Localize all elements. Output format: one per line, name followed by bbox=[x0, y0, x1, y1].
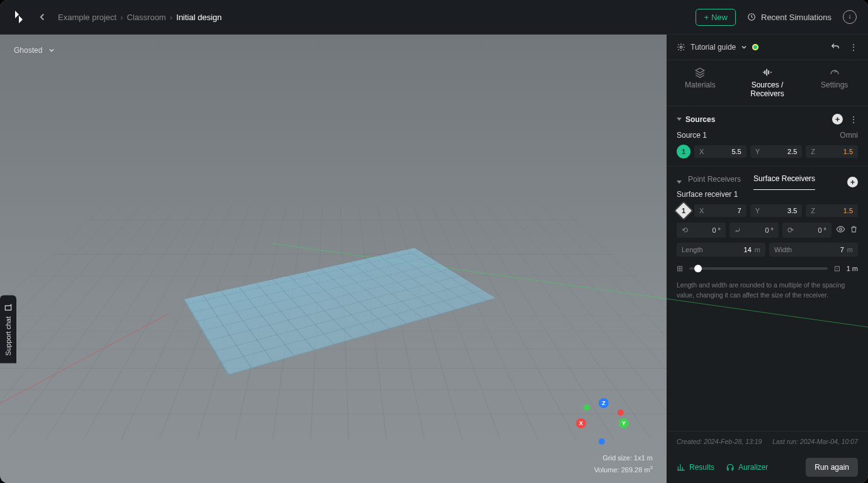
svg-rect-2 bbox=[850, 16, 850, 19]
width-input[interactable]: Width 7 m bbox=[769, 243, 858, 257]
results-label: Results bbox=[689, 463, 714, 472]
orientation-gizmo[interactable]: Z Y X bbox=[578, 398, 629, 448]
axis-value: 3.5 bbox=[787, 207, 797, 214]
back-button[interactable] bbox=[37, 11, 48, 23]
rot-z-input[interactable]: ⟳0 ° bbox=[782, 223, 831, 238]
dim-value: 14 bbox=[744, 246, 752, 253]
rot-x-input[interactable]: ⟲0 ° bbox=[677, 223, 726, 238]
axis-value: 2.5 bbox=[787, 148, 797, 155]
receiver-badge[interactable]: 1 bbox=[674, 201, 693, 220]
gizmo-dot bbox=[599, 438, 605, 445]
gizmo-dot bbox=[583, 404, 590, 411]
topbar: Example project › Classroom › Initial de… bbox=[0, 0, 868, 35]
source-y-input[interactable]: Y 2.5 bbox=[750, 145, 803, 158]
tab-materials[interactable]: Materials bbox=[667, 60, 734, 106]
svg-point-4 bbox=[839, 228, 842, 231]
breadcrumb-design: Initial design bbox=[176, 13, 222, 22]
view-mode-select[interactable]: Ghosted bbox=[14, 46, 55, 55]
spacing-slider[interactable] bbox=[689, 267, 828, 270]
delete-button[interactable] bbox=[849, 225, 858, 235]
visibility-toggle[interactable] bbox=[835, 225, 845, 236]
volume-label: Volume: 269.28 m3 bbox=[594, 464, 653, 475]
layers-icon bbox=[694, 68, 706, 77]
dim-unit: m bbox=[845, 246, 853, 253]
undo-icon[interactable] bbox=[830, 42, 840, 52]
axis-value: 1.5 bbox=[843, 148, 853, 155]
status-dot bbox=[752, 44, 758, 50]
receiver-x-input[interactable]: X 7 bbox=[694, 204, 747, 217]
svg-point-1 bbox=[849, 15, 850, 16]
dim-unit: m bbox=[753, 246, 760, 253]
receiver-y-input[interactable]: Y 3.5 bbox=[750, 204, 803, 217]
gauge-icon bbox=[829, 68, 840, 77]
axis-value: 1.5 bbox=[843, 207, 853, 214]
add-source-button[interactable]: + bbox=[832, 114, 843, 125]
breadcrumb-project[interactable]: Example project bbox=[58, 13, 116, 22]
grid-size-label: Grid size: 1x1 m bbox=[594, 453, 653, 464]
dim-label: Width bbox=[774, 246, 792, 253]
tab-surface-receivers[interactable]: Surface Receivers bbox=[753, 174, 815, 190]
collapse-icon bbox=[677, 118, 682, 121]
gizmo-y[interactable]: Y bbox=[619, 418, 629, 428]
add-receiver-button[interactable]: + bbox=[847, 177, 858, 187]
grid-small-icon: ⊞ bbox=[677, 264, 683, 273]
length-input[interactable]: Length 14 m bbox=[677, 243, 765, 257]
tutorial-label: Tutorial guide bbox=[690, 43, 736, 52]
help-button[interactable] bbox=[843, 10, 857, 24]
support-chat-button[interactable]: Support chat bbox=[0, 295, 16, 363]
sources-menu[interactable]: ⋮ bbox=[849, 114, 858, 125]
tab-sources-receivers[interactable]: Sources / Receivers bbox=[734, 60, 801, 106]
collapse-icon[interactable] bbox=[677, 180, 682, 184]
rot-val: 0 ° bbox=[765, 226, 774, 234]
tab-label: Sources / Receivers bbox=[736, 80, 799, 98]
rot-val: 0 ° bbox=[818, 226, 826, 234]
results-button[interactable]: Results bbox=[677, 463, 714, 472]
rot-val: 0 ° bbox=[712, 226, 721, 234]
grid-large-icon: ⊡ bbox=[834, 264, 840, 273]
receiver-z-input[interactable]: Z 1.5 bbox=[806, 204, 858, 217]
receiver-tabs: Point Receivers Surface Receivers + bbox=[667, 167, 868, 190]
gizmo-z[interactable]: Z bbox=[599, 398, 609, 408]
rotate-icon: ⟳ bbox=[787, 226, 794, 235]
eye-icon bbox=[836, 225, 845, 234]
recent-simulations-button[interactable]: Recent Simulations bbox=[747, 13, 831, 22]
dim-value: 7 bbox=[840, 246, 844, 253]
axis-value: 7 bbox=[738, 207, 741, 214]
slider-thumb[interactable] bbox=[694, 265, 702, 272]
axis-value: 5.5 bbox=[731, 148, 741, 155]
sources-heading[interactable]: Sources bbox=[677, 115, 715, 124]
app-logo bbox=[11, 9, 26, 25]
info-icon bbox=[846, 13, 854, 21]
room-model bbox=[138, 164, 529, 402]
view-mode-label: Ghosted bbox=[14, 46, 42, 55]
tab-settings[interactable]: Settings bbox=[801, 60, 868, 106]
headphones-icon bbox=[726, 463, 735, 472]
more-menu[interactable]: ⋮ bbox=[849, 42, 858, 52]
tab-label: Settings bbox=[821, 80, 848, 89]
svg-point-3 bbox=[680, 46, 682, 48]
new-button[interactable]: + New bbox=[696, 9, 736, 26]
rotate-icon: ⤾ bbox=[735, 226, 741, 235]
viewport-info: Grid size: 1x1 m Volume: 269.28 m3 bbox=[594, 453, 653, 475]
breadcrumb: Example project › Classroom › Initial de… bbox=[58, 13, 222, 22]
source-x-input[interactable]: X 5.5 bbox=[694, 145, 747, 158]
breadcrumb-room[interactable]: Classroom bbox=[127, 13, 166, 22]
tutorial-guide-select[interactable]: Tutorial guide bbox=[677, 43, 758, 52]
receiver-name[interactable]: Surface receiver 1 bbox=[667, 190, 868, 204]
auralizer-button[interactable]: Auralizer bbox=[726, 463, 768, 472]
axis-label: X bbox=[699, 148, 704, 155]
chat-icon bbox=[4, 303, 13, 311]
axis-label: X bbox=[699, 207, 704, 214]
tab-point-receivers[interactable]: Point Receivers bbox=[688, 175, 741, 190]
source-name[interactable]: Source 1 bbox=[677, 131, 707, 140]
rot-y-input[interactable]: ⤾0 ° bbox=[730, 223, 779, 238]
source-type: Omni bbox=[840, 131, 858, 140]
gizmo-x[interactable]: X bbox=[576, 418, 586, 428]
run-again-button[interactable]: Run again bbox=[806, 458, 858, 477]
chart-icon bbox=[677, 463, 685, 472]
source-z-input[interactable]: Z 1.5 bbox=[806, 145, 858, 158]
trash-icon bbox=[850, 225, 858, 233]
source-badge[interactable]: 1 bbox=[677, 145, 690, 158]
recent-label: Recent Simulations bbox=[761, 13, 831, 22]
viewport-3d[interactable]: Ghosted Z Y X Grid size: 1x1 m bbox=[0, 35, 667, 483]
